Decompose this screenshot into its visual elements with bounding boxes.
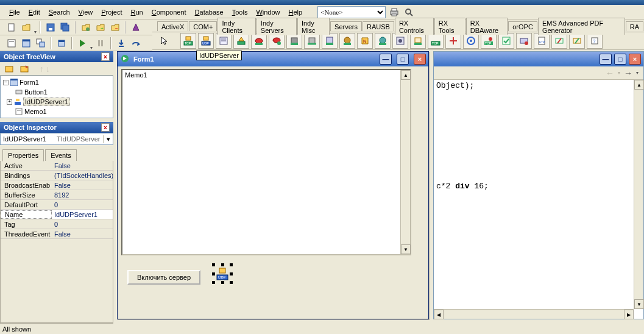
minimize-button[interactable]: —	[380, 54, 392, 65]
combo-dropdown-icon[interactable]: ▾	[103, 135, 113, 143]
menu-edit[interactable]: Edit	[24, 7, 44, 17]
menu-run[interactable]: Run	[127, 7, 147, 17]
ptab-rx-tools[interactable]: RX Tools	[434, 18, 465, 35]
tree-node-button1[interactable]: Button1	[2, 87, 111, 97]
button1[interactable]: Включить сервер	[127, 270, 200, 285]
code-vscrollbar[interactable]: ▲ ▼	[634, 80, 643, 309]
comp-12-icon[interactable]	[375, 33, 391, 49]
form-designer-window[interactable]: Form1 — □ × Memo1 ▲ ▼ Включить сервер	[117, 51, 429, 319]
new-icon[interactable]	[5, 21, 18, 34]
comp-20-icon[interactable]	[516, 33, 532, 49]
tree-tool-1-icon[interactable]	[2, 62, 16, 76]
ptab-indy-clients[interactable]: Indy Clients	[218, 18, 255, 35]
close-button[interactable]: ×	[414, 54, 426, 65]
nav-back-icon[interactable]: ←	[606, 68, 614, 78]
scroll-down-icon[interactable]: ▼	[634, 299, 644, 309]
new-form-icon[interactable]	[55, 37, 68, 50]
toggle-form-unit-icon[interactable]	[34, 37, 48, 50]
comp-udp-icon[interactable]: UDP	[198, 33, 214, 49]
nav-fwd-dropdown[interactable]: ▾	[636, 70, 639, 76]
tab-properties[interactable]: Properties	[2, 149, 44, 162]
comp-6-icon[interactable]	[269, 33, 285, 49]
project-combo[interactable]: <None>	[317, 6, 386, 18]
open-icon[interactable]	[19, 21, 33, 34]
comp-17-icon[interactable]	[463, 33, 479, 49]
menu-database[interactable]: Database	[191, 7, 228, 17]
scroll-right-icon[interactable]: ▶	[624, 310, 634, 319]
menu-file[interactable]: File	[5, 7, 24, 17]
comp-16-icon[interactable]	[445, 33, 461, 49]
code-titlebar[interactable]: — □ ×	[434, 52, 643, 66]
trace-into-icon[interactable]	[115, 37, 128, 50]
step-over-icon[interactable]	[129, 37, 143, 50]
form-client-area[interactable]: Memo1 ▲ ▼ Включить сервер UDP	[118, 66, 428, 319]
code-close-button[interactable]: ×	[629, 54, 641, 65]
open-dropdown[interactable]: ▾	[34, 29, 37, 35]
treeview-close-icon[interactable]: ×	[101, 52, 110, 61]
run-icon[interactable]	[76, 37, 89, 50]
save-all-icon[interactable]	[58, 21, 72, 34]
comp-tcp-icon[interactable]: TCP	[180, 33, 196, 49]
comp-10-icon[interactable]	[339, 33, 355, 49]
comp-8-icon[interactable]	[304, 33, 320, 49]
comp-23-icon[interactable]	[569, 33, 585, 49]
tree-node-memo1[interactable]: Memo1	[2, 107, 111, 116]
expander-plus-icon[interactable]: +	[7, 99, 12, 105]
remove-from-project-icon[interactable]: −	[108, 21, 122, 34]
inspector-object-combo[interactable]: IdUDPServer1 TIdUDPServer ▾	[0, 133, 113, 145]
ptab-ems-pdf[interactable]: EMS Advanced PDF Generator	[538, 18, 625, 35]
ptab-oropc[interactable]: orOPC	[508, 21, 537, 31]
comp-5-icon[interactable]	[251, 33, 267, 49]
code-editor[interactable]: Object); c*2 div 16;	[434, 80, 643, 319]
code-minimize-button[interactable]: —	[600, 54, 612, 65]
comp-15-icon[interactable]: TCP	[428, 33, 444, 49]
form-titlebar[interactable]: Form1 — □ ×	[118, 52, 428, 66]
code-maximize-button[interactable]: □	[614, 54, 626, 65]
ptab-indy-misc[interactable]: Indy Misc	[297, 18, 330, 35]
ptab-rx-dbaware[interactable]: RX DBAware	[466, 18, 508, 35]
comp-4-icon[interactable]	[233, 33, 249, 49]
menu-search[interactable]: Search	[44, 7, 74, 17]
menu-project[interactable]: Project	[97, 7, 126, 17]
view-form-icon[interactable]	[19, 37, 33, 50]
menu-window[interactable]: Window	[252, 7, 284, 17]
scroll-left-icon[interactable]: ◀	[434, 310, 444, 319]
comp-9-icon[interactable]	[322, 33, 338, 49]
comp-11-icon[interactable]: N	[357, 33, 373, 49]
comp-24-icon[interactable]: ?	[587, 33, 603, 49]
comp-13-icon[interactable]	[392, 33, 408, 49]
scroll-up-icon[interactable]: ▲	[401, 70, 411, 80]
comp-14-icon[interactable]	[410, 33, 426, 49]
tree-root-form1[interactable]: − Form1	[2, 77, 111, 87]
tab-events[interactable]: Events	[45, 149, 77, 161]
maximize-button[interactable]: □	[397, 54, 409, 65]
view-unit-icon[interactable]	[5, 37, 18, 50]
open-project-icon[interactable]	[79, 21, 93, 34]
ptab-rausb[interactable]: RAUSB	[363, 21, 394, 31]
menu-view[interactable]: View	[74, 7, 97, 17]
run-dropdown[interactable]: ▾	[90, 45, 93, 51]
ptab-servers[interactable]: Servers	[330, 21, 362, 31]
pause-icon[interactable]	[94, 37, 107, 50]
expander-icon[interactable]: −	[3, 80, 9, 85]
code-hscrollbar[interactable]: ◀ ▶	[434, 309, 634, 319]
nav-forward-icon[interactable]: →	[624, 68, 632, 78]
menu-component[interactable]: Component	[147, 7, 191, 17]
tree-tool-2-icon[interactable]	[18, 62, 31, 76]
nav-back-dropdown[interactable]: ▾	[618, 70, 620, 76]
printer-icon[interactable]	[388, 6, 400, 18]
menu-help[interactable]: Help	[285, 7, 307, 17]
object-tree[interactable]: − Form1 Button1 + IdUDPServer1 Memo1	[0, 76, 113, 118]
ptab-complus[interactable]: COM+	[189, 21, 217, 31]
code-editor-window[interactable]: — □ × ← ▾ → ▾ Object); c*2 div 16; ▲ ▼ ◀…	[433, 51, 644, 319]
idudpserver1-component[interactable]: UDP	[214, 265, 231, 282]
comp-19-icon[interactable]	[498, 33, 514, 49]
scroll-up-icon[interactable]: ▲	[634, 80, 644, 90]
memo1[interactable]: Memo1 ▲ ▼	[121, 69, 411, 255]
ptab-activex[interactable]: ActiveX	[157, 21, 188, 31]
ptab-rx-controls[interactable]: RX Controls	[395, 18, 434, 35]
comp-3-icon[interactable]	[216, 33, 232, 49]
comp-21-icon[interactable]: FTP	[534, 33, 550, 49]
menu-tools[interactable]: Tools	[228, 7, 252, 17]
inspector-close-icon[interactable]: ×	[101, 123, 110, 132]
